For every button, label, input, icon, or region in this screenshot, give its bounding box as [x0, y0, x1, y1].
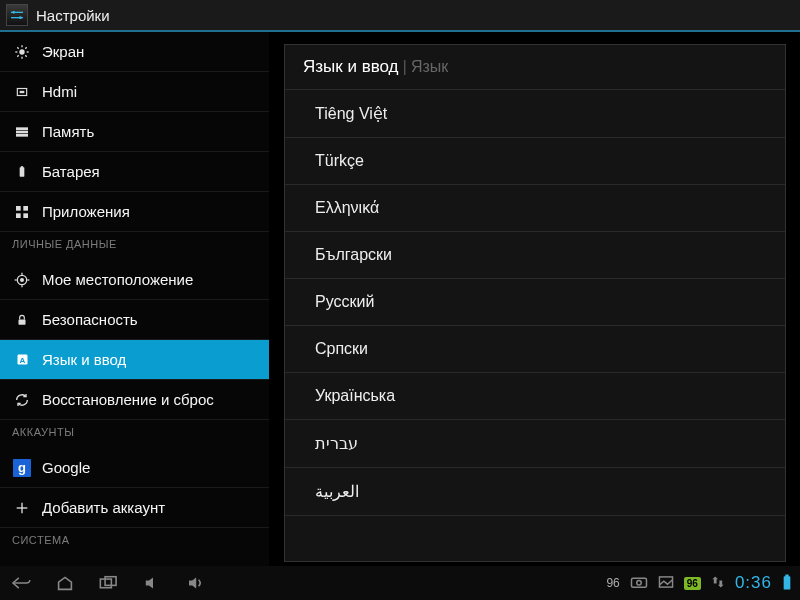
sidebar-item-label: Hdmi: [42, 83, 77, 100]
main-panel: Язык и ввод|Язык Tiêng Việt Türkçe Ελλην…: [270, 32, 800, 566]
panel-breadcrumb: Язык: [411, 58, 448, 75]
sidebar-item-label: Мое местоположение: [42, 271, 193, 288]
sidebar-item-label: Приложения: [42, 203, 130, 220]
svg-rect-21: [23, 206, 28, 211]
sidebar-section-personal: ЛИЧНЫЕ ДАННЫЕ: [0, 232, 269, 260]
svg-rect-15: [16, 127, 28, 130]
sidebar-item-storage[interactable]: Память: [0, 112, 269, 152]
language-list[interactable]: Tiêng Việt Türkçe Ελληνικά Български Рус…: [285, 90, 785, 516]
sidebar-item-apps[interactable]: Приложения: [0, 192, 269, 232]
sidebar-item-display[interactable]: Экран: [0, 32, 269, 72]
language-option[interactable]: Русский: [285, 279, 785, 326]
language-option[interactable]: Tiêng Việt: [285, 90, 785, 138]
sidebar-item-location[interactable]: Мое местоположение: [0, 260, 269, 300]
content: Экран Hdmi Память Батарея Приложения ЛИЧ…: [0, 32, 800, 566]
svg-point-25: [21, 278, 24, 281]
apps-icon: [12, 202, 32, 222]
sidebar-item-label: Экран: [42, 43, 84, 60]
google-icon: g: [12, 458, 32, 478]
svg-rect-23: [23, 213, 28, 218]
sidebar-item-label: Безопасность: [42, 311, 138, 328]
svg-rect-18: [20, 167, 25, 176]
sidebar-item-security[interactable]: Безопасность: [0, 300, 269, 340]
language-option[interactable]: العربية: [285, 468, 785, 516]
battery-icon: [782, 573, 792, 594]
volume-down-button[interactable]: [140, 573, 166, 593]
svg-line-9: [17, 47, 18, 48]
back-button[interactable]: [8, 573, 34, 593]
breadcrumb-separator: |: [399, 57, 411, 76]
svg-rect-46: [785, 574, 788, 577]
panel-title: Язык и ввод: [303, 57, 399, 76]
data-icon: [711, 575, 725, 592]
svg-line-12: [25, 47, 26, 48]
app-title: Настройки: [36, 7, 110, 24]
sidebar: Экран Hdmi Память Батарея Приложения ЛИЧ…: [0, 32, 270, 566]
sidebar-item-datetime[interactable]: Дата и время: [0, 556, 269, 566]
svg-line-11: [17, 55, 18, 56]
volume-up-button[interactable]: [184, 573, 210, 593]
svg-rect-30: [19, 319, 26, 324]
svg-rect-22: [16, 213, 21, 218]
sidebar-item-label: Язык и ввод: [42, 351, 126, 368]
language-icon: A: [12, 350, 32, 370]
svg-rect-20: [16, 206, 21, 211]
picture-icon: [658, 575, 674, 592]
svg-marker-39: [189, 577, 196, 588]
language-option[interactable]: עברית: [285, 420, 785, 468]
svg-rect-19: [21, 166, 23, 168]
recents-button[interactable]: [96, 573, 122, 593]
storage-icon: [12, 122, 32, 142]
svg-text:A: A: [19, 356, 25, 365]
system-navbar: 96 96 0:36: [0, 566, 800, 600]
svg-rect-40: [631, 578, 646, 587]
language-option[interactable]: Українська: [285, 373, 785, 420]
panel-header: Язык и ввод|Язык: [285, 45, 785, 90]
refresh-icon: [12, 390, 32, 410]
sidebar-section-system: СИСТЕМА: [0, 528, 269, 556]
home-button[interactable]: [52, 573, 78, 593]
svg-rect-37: [105, 577, 116, 586]
svg-rect-14: [20, 90, 25, 92]
language-option[interactable]: Српски: [285, 326, 785, 373]
sidebar-item-add-account[interactable]: Добавить аккаунт: [0, 488, 269, 528]
sidebar-item-google[interactable]: g Google: [0, 448, 269, 488]
sidebar-item-label: Восстановление и сброс: [42, 391, 214, 408]
brightness-icon: [12, 42, 32, 62]
svg-marker-43: [712, 576, 718, 583]
clock-icon: [12, 566, 32, 567]
svg-marker-38: [146, 577, 153, 588]
svg-line-10: [25, 55, 26, 56]
camera-icon: [630, 575, 648, 592]
sidebar-item-label: Добавить аккаунт: [42, 499, 165, 516]
svg-point-4: [19, 49, 24, 54]
settings-panel: Язык и ввод|Язык Tiêng Việt Türkçe Ελλην…: [284, 44, 786, 562]
svg-rect-16: [16, 130, 28, 133]
settings-app-icon: [6, 4, 28, 26]
plus-icon: [12, 498, 32, 518]
svg-point-41: [637, 580, 642, 585]
sidebar-item-hdmi[interactable]: Hdmi: [0, 72, 269, 112]
sidebar-item-label: Google: [42, 459, 90, 476]
svg-marker-44: [718, 580, 724, 587]
battery-badge: 96: [684, 577, 701, 590]
sidebar-item-battery[interactable]: Батарея: [0, 152, 269, 192]
status-area[interactable]: 96 96 0:36: [606, 573, 792, 594]
lock-icon: [12, 310, 32, 330]
sidebar-item-language[interactable]: A Язык и ввод: [0, 340, 269, 380]
language-option[interactable]: Български: [285, 232, 785, 279]
svg-rect-17: [16, 134, 28, 137]
language-option[interactable]: Ελληνικά: [285, 185, 785, 232]
battery-percent-text: 96: [606, 576, 619, 590]
sidebar-section-accounts: АККАУНТЫ: [0, 420, 269, 448]
sidebar-item-label: Батарея: [42, 163, 100, 180]
language-option[interactable]: Türkçe: [285, 138, 785, 185]
sidebar-item-label: Память: [42, 123, 94, 140]
hdmi-icon: [12, 82, 32, 102]
status-clock: 0:36: [735, 573, 772, 593]
title-bar: Настройки: [0, 0, 800, 32]
sidebar-item-backup[interactable]: Восстановление и сброс: [0, 380, 269, 420]
location-icon: [12, 270, 32, 290]
svg-rect-45: [784, 576, 791, 589]
battery-icon: [12, 162, 32, 182]
